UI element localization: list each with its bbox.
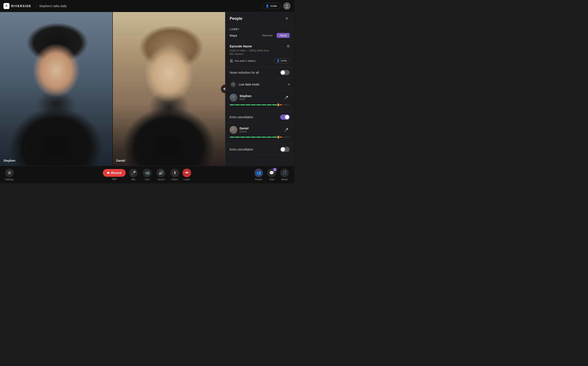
lobby-label: Lobby bbox=[230, 28, 290, 31]
echo-cancellation-stephen-toggle[interactable] bbox=[280, 114, 290, 120]
video-area: Stephen Daniel bbox=[0, 12, 225, 166]
participants-info: You and 2 others bbox=[230, 59, 256, 62]
echo-knob-stephen bbox=[285, 115, 289, 119]
episode-participants: You and 2 others 👤 Invite bbox=[230, 58, 290, 63]
panel-invite-icon: 👤 bbox=[277, 59, 280, 62]
daniel-mic-button[interactable]: 🎤 bbox=[283, 126, 290, 133]
media-icon: 🎵 bbox=[280, 168, 289, 177]
leave-label: Leave bbox=[184, 178, 190, 181]
header-divider bbox=[36, 4, 37, 8]
low-data-row[interactable]: Low data mode ▾ bbox=[225, 78, 294, 91]
person-section-stephen: Stephen Host 🎤 bbox=[225, 91, 294, 112]
mic-button[interactable]: 🎤 Mic bbox=[128, 168, 139, 182]
people-icon: 👥 bbox=[254, 168, 263, 177]
svg-point-1 bbox=[285, 7, 289, 8]
echo-cancellation-stephen-label: Echo cancellation bbox=[230, 115, 253, 119]
echo-cancellation-daniel-toggle[interactable] bbox=[280, 147, 290, 152]
toolbar: ⚙ Settings Record Start 🎤 Mic 📹 Cam 🔊 So… bbox=[0, 166, 294, 183]
share-icon: ⬆ bbox=[170, 168, 179, 177]
mic-icon: 🎤 bbox=[129, 168, 138, 177]
episode-section: Episode Name ⚙ Audio & Video – 1080p (48… bbox=[225, 41, 294, 67]
chat-icon-wrapper: 💬 2 bbox=[267, 168, 276, 177]
close-panel-button[interactable]: ✕ bbox=[284, 15, 290, 22]
header: R RIVERSIDE Stephen's talks daily 👤 Invi… bbox=[0, 0, 294, 12]
svg-point-13 bbox=[232, 127, 235, 131]
start-label: Start bbox=[112, 178, 117, 180]
stephen-audio-level bbox=[230, 104, 290, 106]
chat-button[interactable]: 💬 2 Chat bbox=[266, 168, 278, 182]
video-name-stephen: Stephen bbox=[3, 159, 15, 162]
echo-cancellation-stephen-row: Echo cancellation bbox=[225, 112, 294, 123]
settings-button[interactable]: ⚙ Settings bbox=[3, 168, 15, 182]
settings-icon: ⚙ bbox=[5, 168, 14, 177]
share-button[interactable]: ⬆ Share bbox=[169, 168, 181, 182]
chat-label: Chat bbox=[269, 178, 274, 181]
lobby-section: Lobby Maya Remove Admit bbox=[225, 25, 294, 41]
svg-point-10 bbox=[233, 84, 234, 85]
settings-label: Settings bbox=[5, 178, 14, 181]
video-tile-stephen: Stephen bbox=[0, 12, 113, 166]
chat-badge: 2 bbox=[273, 168, 277, 172]
record-wrapper: Record Start bbox=[103, 169, 126, 180]
people-label: People bbox=[255, 178, 262, 181]
sound-icon: 🔊 bbox=[157, 168, 165, 177]
people-button[interactable]: 👥 People bbox=[253, 168, 265, 182]
guest-name: Daniel bbox=[240, 127, 281, 130]
logo-icon: R bbox=[3, 3, 9, 9]
invite-icon: 👤 bbox=[266, 4, 269, 8]
video-tile-daniel: Daniel bbox=[113, 12, 225, 166]
guest-role: Guest bbox=[240, 130, 281, 133]
logo: R RIVERSIDE bbox=[3, 3, 31, 9]
echo-cancellation-daniel-label: Echo cancellation bbox=[230, 148, 253, 151]
invite-button[interactable]: 👤 Invite bbox=[262, 3, 281, 9]
svg-point-5 bbox=[230, 59, 231, 61]
lobby-person-name: Maya bbox=[230, 34, 237, 37]
svg-point-0 bbox=[286, 4, 288, 7]
noise-reduction-row: Noise reduction for all bbox=[225, 67, 294, 78]
echo-knob-daniel bbox=[281, 147, 285, 152]
leave-wrapper: Leave bbox=[182, 168, 191, 181]
lobby-actions: Remove Admit bbox=[260, 33, 290, 38]
avatar bbox=[283, 2, 291, 10]
leave-button[interactable] bbox=[182, 168, 191, 177]
svg-point-7 bbox=[231, 59, 233, 61]
episode-header: Episode Name ⚙ bbox=[230, 44, 290, 48]
episode-viewers: 852 viewers bbox=[230, 53, 290, 55]
sound-button[interactable]: 🔊 Sound bbox=[155, 168, 167, 182]
avatar-stephen bbox=[230, 94, 237, 101]
chevron-down-icon: ▾ bbox=[288, 83, 290, 86]
panel-invite-button[interactable]: 👤 Invite bbox=[274, 58, 290, 63]
person-info-stephen: Stephen Host 🎤 bbox=[230, 94, 290, 101]
svg-point-11 bbox=[232, 95, 235, 98]
lobby-person: Maya Remove Admit bbox=[230, 33, 290, 38]
sound-label: Sound bbox=[158, 178, 165, 181]
svg-rect-2 bbox=[223, 88, 224, 90]
admit-button[interactable]: Admit bbox=[277, 33, 290, 38]
svg-point-12 bbox=[231, 99, 236, 101]
stephen-portrait bbox=[0, 12, 112, 166]
record-button[interactable]: Record bbox=[103, 169, 126, 177]
low-data-left: Low data mode bbox=[230, 81, 259, 88]
host-name: Stephen bbox=[240, 94, 281, 98]
media-button[interactable]: 🎵 Media bbox=[279, 168, 291, 182]
person-info-daniel: Daniel Guest 🎤 bbox=[230, 126, 290, 134]
noise-reduction-toggle[interactable] bbox=[280, 70, 290, 75]
panel-header: People ✕ bbox=[225, 12, 294, 25]
panel-title: People bbox=[230, 16, 242, 21]
noise-reduction-label: Noise reduction for all bbox=[230, 71, 259, 74]
episode-quality: Audio & Video – 1080p (480p live) bbox=[230, 49, 290, 52]
cam-button[interactable]: 📹 Cam bbox=[141, 168, 153, 182]
stephen-mic-button[interactable]: 🎤 bbox=[283, 94, 290, 101]
mic-label: Mic bbox=[132, 178, 135, 181]
remove-button[interactable]: Remove bbox=[260, 33, 275, 38]
toggle-knob bbox=[281, 70, 285, 75]
video-name-daniel: Daniel bbox=[116, 159, 125, 162]
share-label: Share bbox=[172, 178, 178, 181]
right-panel: People ✕ Lobby Maya Remove Admit Episode… bbox=[225, 12, 294, 183]
svg-point-14 bbox=[231, 131, 236, 134]
daniel-audio-level bbox=[230, 136, 290, 138]
session-title: Stephen's talks daily bbox=[39, 4, 262, 8]
settings-gear-button[interactable]: ⚙ bbox=[287, 44, 290, 48]
echo-cancellation-daniel-row: Echo cancellation bbox=[225, 144, 294, 155]
level-marker-daniel bbox=[278, 136, 279, 138]
